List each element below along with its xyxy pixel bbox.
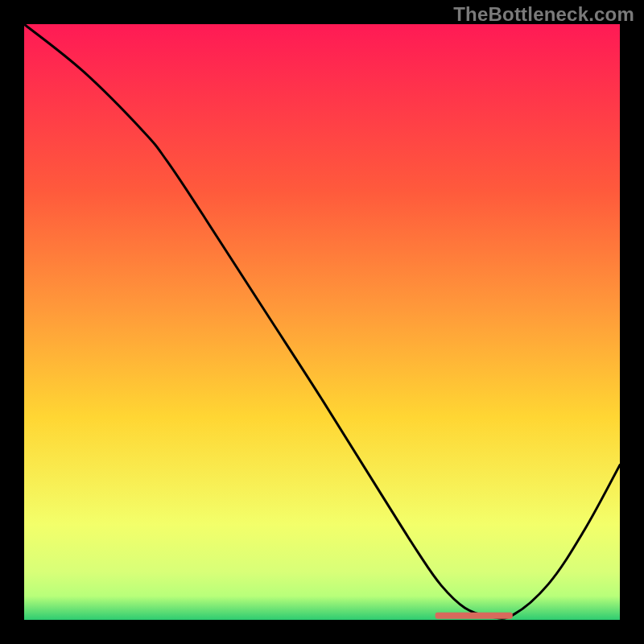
chart-stage: TheBottleneck.com xyxy=(0,0,644,644)
svg-rect-0 xyxy=(436,613,513,619)
chart-svg xyxy=(24,24,620,620)
watermark-text: TheBottleneck.com xyxy=(453,3,634,26)
optimal-marker xyxy=(436,613,513,619)
gradient-background xyxy=(24,24,620,620)
plot-area xyxy=(24,24,620,620)
